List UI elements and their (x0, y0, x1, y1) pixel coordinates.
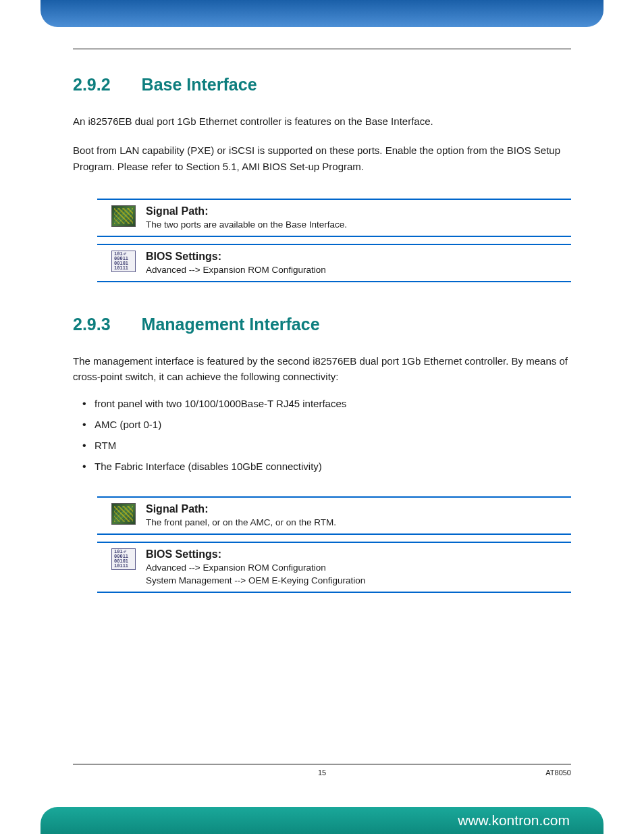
info-row-bios-settings: 101⤶ 00011 00101 10111 BIOS Settings: Ad… (97, 542, 571, 593)
paragraph: The management interface is featured by … (73, 353, 571, 385)
section-number: 2.9.2 (73, 75, 111, 95)
top-banner (41, 0, 603, 27)
doc-id: AT8050 (545, 768, 571, 777)
section-heading-292: 2.9.2 Base Interface (73, 75, 571, 95)
info-row-bios-settings: 101⤶ 00011 00101 10111 BIOS Settings: Ad… (97, 244, 571, 282)
signal-path-icon (111, 502, 136, 526)
section-title: Management Interface (142, 315, 320, 334)
paragraph: An i82576EB dual port 1Gb Ethernet contr… (73, 113, 571, 129)
info-title: Signal Path: (146, 503, 571, 515)
list-item: AMC (port 0-1) (78, 419, 571, 430)
info-text: The front panel, or on the AMC, or on th… (146, 517, 571, 529)
info-title: BIOS Settings: (146, 251, 571, 263)
info-row-signal-path: Signal Path: The front panel, or on the … (97, 496, 571, 535)
info-table: Signal Path: The front panel, or on the … (97, 496, 571, 593)
signal-path-icon (111, 204, 136, 228)
paragraph: Boot from LAN capability (PXE) or iSCSI … (73, 142, 571, 174)
list-item: RTM (78, 440, 571, 451)
info-title: Signal Path: (146, 205, 571, 217)
info-title: BIOS Settings: (146, 548, 571, 561)
section-heading-293: 2.9.3 Management Interface (73, 315, 571, 334)
info-table: Signal Path: The two ports are available… (97, 199, 571, 282)
bottom-banner: www.kontron.com (41, 807, 603, 834)
bios-settings-icon: 101⤶ 00011 00101 10111 (111, 547, 136, 571)
section-number: 2.9.3 (73, 315, 111, 334)
page-number: 15 (318, 768, 326, 777)
footer-url: www.kontron.com (458, 812, 570, 829)
section-title: Base Interface (142, 75, 257, 95)
info-text: Advanced --> Expansion ROM Configuration (146, 264, 571, 277)
list-item: front panel with two 10/100/1000Base-T R… (78, 398, 571, 409)
info-text: System Management --> OEM E-Keying Confi… (146, 575, 571, 588)
content-area: 2.9.2 Base Interface An i82576EB dual po… (73, 49, 571, 770)
info-row-signal-path: Signal Path: The two ports are available… (97, 199, 571, 237)
bullet-list: front panel with two 10/100/1000Base-T R… (73, 398, 571, 472)
info-text: Advanced --> Expansion ROM Configuration (146, 562, 571, 575)
bios-settings-icon: 101⤶ 00011 00101 10111 (111, 249, 136, 273)
info-text: The two ports are available on the Base … (146, 219, 571, 232)
footer: 15 AT8050 (73, 764, 571, 777)
list-item: The Fabric Interface (disables 10GbE con… (78, 461, 571, 472)
